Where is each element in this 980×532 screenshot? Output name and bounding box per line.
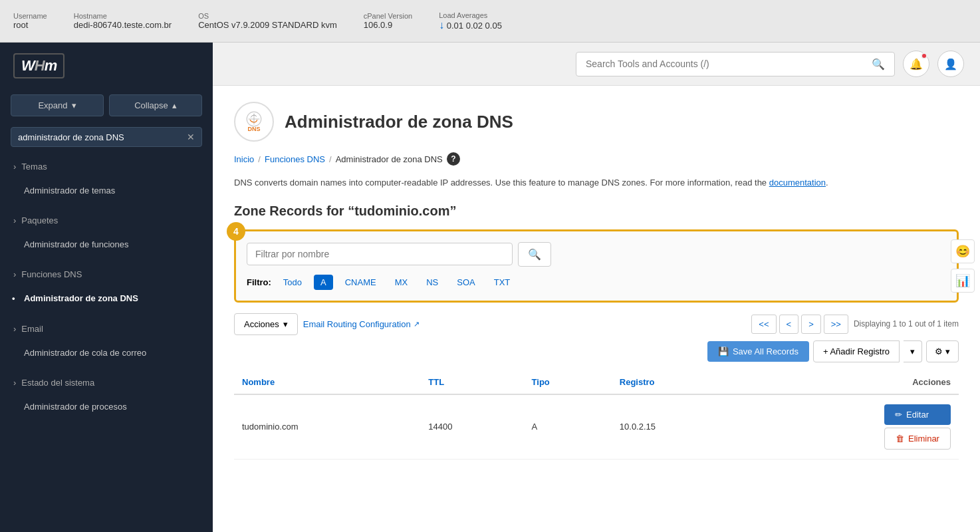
cell-tipo: A: [524, 394, 612, 460]
filter-type-todo[interactable]: Todo: [277, 275, 308, 290]
dns-label: DNS: [247, 126, 260, 132]
col-tipo: Tipo: [524, 370, 612, 394]
top-bar: Username root Hostname dedi-806740.teste…: [0, 0, 980, 43]
breadcrumb-inicio[interactable]: Inicio: [234, 154, 254, 164]
filter-label: Filtro:: [247, 277, 271, 287]
breadcrumb-sep2: /: [329, 154, 332, 164]
filter-type-mx[interactable]: MX: [388, 275, 415, 290]
user-profile-button[interactable]: 👤: [937, 51, 964, 77]
sidebar-item-admin-cola-correo[interactable]: Administrador de cola de correo: [0, 340, 213, 366]
zone-title: Zone Records for “tudominio.com”: [234, 203, 959, 219]
username-label: Username: [13, 12, 47, 20]
sidebar-search-input[interactable]: [18, 132, 187, 142]
notifications-button[interactable]: 🔔: [903, 51, 929, 77]
whm-logo: WHm: [0, 43, 213, 89]
hostname-value: dedi-806740.teste.com.br: [74, 20, 172, 30]
table-row: tudominio.com 14400 A 10.0.2.15 ✏ Editar: [234, 394, 959, 460]
page-last-button[interactable]: >>: [824, 315, 848, 334]
acciones-button[interactable]: Acciones ▾: [234, 313, 298, 335]
os-value: CentOS v7.9.2009 STANDARD kvm: [198, 20, 337, 30]
email-routing-button[interactable]: Email Routing Configuration ↗: [303, 319, 420, 329]
page-first-button[interactable]: <<: [751, 315, 776, 334]
sidebar-search-box[interactable]: ✕: [11, 127, 202, 147]
main-layout: WHm Expand ▾ Collapse ▴ ✕ › Temas Ad: [0, 43, 980, 532]
dropdown-icon: ▾: [283, 319, 288, 329]
search-icon[interactable]: 🔍: [872, 58, 885, 70]
page-next-button[interactable]: >: [801, 315, 821, 334]
cell-acciones: ✏ Editar 🗑 Eliminar: [746, 394, 959, 460]
pagination: << < > >>: [751, 315, 848, 334]
sidebar-section-estado: › Estado del sistema Administrador de pr…: [0, 368, 213, 422]
collapse-button[interactable]: Collapse ▴: [109, 94, 202, 116]
sidebar-section-estado-header[interactable]: › Estado del sistema: [0, 371, 213, 394]
filter-type-ns[interactable]: NS: [420, 275, 445, 290]
collapse-label: Collapse: [134, 100, 168, 110]
filter-type-cname[interactable]: CNAME: [338, 275, 383, 290]
add-registro-button[interactable]: + Añadir Registro: [813, 340, 900, 362]
page-title: Administrador de zona DNS: [285, 112, 513, 132]
sidebar-section-temas: › Temas Administrador de temas: [0, 152, 213, 206]
cell-registro: 10.0.2.15: [612, 394, 746, 460]
sidebar-section-paquetes-header[interactable]: › Paquetes: [0, 209, 213, 232]
sidebar: WHm Expand ▾ Collapse ▴ ✕ › Temas Ad: [0, 43, 213, 532]
username-value: root: [13, 20, 47, 30]
load-values: ↓ 0.01 0.02 0.05: [439, 19, 502, 31]
page-info: Displaying 1 to 1 out of 1 item: [854, 319, 959, 329]
sidebar-item-admin-funciones[interactable]: Administrador de funciones: [0, 232, 213, 257]
expand-button[interactable]: Expand ▾: [11, 94, 104, 116]
content-area: 🔍 🔔 👤: [213, 43, 980, 532]
sidebar-section-temas-header[interactable]: › Temas: [0, 155, 213, 178]
col-registro: Registro: [612, 370, 746, 394]
filter-type-a[interactable]: A: [314, 275, 333, 290]
chevron-icon: ›: [13, 269, 16, 279]
page-content: DNS Administrador de zona DNS Inicio / F…: [213, 86, 980, 532]
dns-icon: [246, 111, 262, 127]
description-text: DNS converts domain names into computer-…: [234, 176, 959, 190]
right-panel-icons: 😊 📊: [945, 234, 980, 298]
eliminar-button[interactable]: 🗑 Eliminar: [884, 428, 951, 450]
smiley-icon-button[interactable]: 😊: [951, 239, 975, 263]
email-label: Email: [21, 324, 43, 334]
filter-input[interactable]: [247, 243, 513, 265]
sidebar-section-funciones-dns-header[interactable]: › Funciones DNS: [0, 263, 213, 286]
col-nombre: Nombre: [234, 370, 420, 394]
right-controls: << < > >> Displaying 1 to 1 out of 1 ite…: [751, 315, 959, 334]
search-tools-input[interactable]: [586, 59, 866, 69]
records-table: Nombre TTL Tipo Registro Acciones tudomi…: [234, 370, 959, 460]
filter-type-soa[interactable]: SOA: [450, 275, 481, 290]
page-icon: DNS: [234, 102, 274, 142]
gear-dropdown-icon: ▾: [945, 346, 950, 356]
sidebar-section-email-header[interactable]: › Email: [0, 317, 213, 340]
sidebar-item-admin-zona-dns[interactable]: Administrador de zona DNS: [0, 286, 213, 311]
add-registro-dropdown-button[interactable]: ▾: [904, 340, 922, 362]
filter-type-txt[interactable]: TXT: [487, 275, 517, 290]
save-all-button[interactable]: 💾 Save All Records: [707, 341, 809, 362]
cpanel-info: cPanel Version 106.0.9: [364, 12, 412, 30]
sidebar-item-admin-procesos[interactable]: Administrador de procesos: [0, 394, 213, 420]
help-icon[interactable]: ?: [447, 152, 460, 166]
estado-label: Estado del sistema: [21, 378, 94, 388]
chevron-icon: ›: [13, 324, 16, 334]
load-info: Load Averages ↓ 0.01 0.02 0.05: [439, 11, 502, 31]
bell-icon: 🔔: [910, 58, 923, 70]
sidebar-section-email: › Email Administrador de cola de correo: [0, 315, 213, 368]
second-toolbar: 💾 Save All Records + Añadir Registro ▾ ⚙…: [234, 340, 959, 362]
page-prev-button[interactable]: <: [779, 315, 799, 334]
gear-button[interactable]: ⚙ ▾: [926, 340, 959, 362]
load-label: Load Averages: [439, 11, 502, 19]
editar-button[interactable]: ✏ Editar: [884, 404, 951, 425]
username-info: Username root: [13, 12, 47, 30]
filter-search-button[interactable]: 🔍: [518, 242, 551, 267]
content-header: 🔍 🔔 👤: [213, 43, 980, 86]
chart-icon-button[interactable]: 📊: [951, 269, 975, 293]
notification-dot: [921, 53, 927, 59]
close-search-icon[interactable]: ✕: [187, 132, 195, 142]
breadcrumb-funciones-dns[interactable]: Funciones DNS: [265, 154, 325, 164]
search-tools-box[interactable]: 🔍: [576, 52, 895, 76]
eliminar-label: Eliminar: [908, 434, 939, 444]
documentation-link[interactable]: documentation: [769, 178, 826, 188]
expand-icon: ▾: [72, 100, 76, 110]
sidebar-item-admin-temas[interactable]: Administrador de temas: [0, 178, 213, 203]
gear-icon: ⚙: [935, 346, 943, 356]
col-acciones: Acciones: [746, 370, 959, 394]
